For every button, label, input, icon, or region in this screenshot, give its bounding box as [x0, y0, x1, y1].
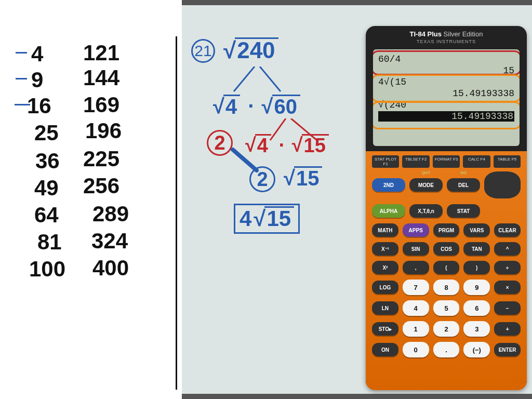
key[interactable]: X⁻¹: [372, 242, 398, 256]
fkey[interactable]: CALC F4: [463, 155, 490, 168]
sqrt15: √15: [284, 166, 322, 190]
key-num[interactable]: 2: [433, 321, 460, 337]
square-value: 4: [31, 42, 43, 66]
square-value: 196: [85, 118, 122, 143]
key-apps[interactable]: APPS: [403, 223, 429, 237]
key-num[interactable]: 0: [403, 342, 429, 357]
tick-mark: [16, 78, 27, 79]
calc-screen: 60/4 15 4√(15 15.49193338 √(240 15.49193…: [373, 49, 520, 146]
key[interactable]: STO▸: [372, 322, 398, 336]
calc-title: TI-84 Plus Silver Edition: [366, 26, 527, 39]
tick-mark: [16, 52, 27, 54]
square-value: 289: [92, 202, 129, 227]
key[interactable]: LOG: [372, 281, 398, 294]
key-num[interactable]: 1: [403, 321, 429, 337]
square-value: 324: [91, 229, 128, 254]
factor-2-circle: 2: [207, 130, 233, 156]
key-num[interactable]: 9: [463, 280, 490, 295]
square-value: 9: [31, 68, 43, 92]
dpad[interactable]: [484, 171, 521, 198]
key-num[interactable]: (−): [463, 342, 490, 357]
fkey[interactable]: TABLE F5: [494, 155, 521, 168]
square-value: 100: [29, 257, 65, 282]
key-num[interactable]: 6: [463, 300, 490, 316]
key[interactable]: COS: [433, 242, 460, 256]
vertical-divider: [176, 36, 177, 390]
annotation-orange-circle: [373, 101, 520, 129]
key[interactable]: −: [494, 301, 521, 315]
key[interactable]: LN: [372, 301, 398, 315]
problem-number-circle: 21: [191, 39, 215, 63]
sqrt4-sqrt60: √4 · √60: [213, 95, 300, 118]
key-on[interactable]: ON: [372, 343, 398, 356]
fkey[interactable]: TBLSET F2: [402, 155, 429, 168]
key-2nd[interactable]: 2ND: [372, 178, 405, 192]
key-num[interactable]: 3: [463, 321, 490, 337]
square-value: 169: [83, 92, 119, 117]
factor-2-circle-b: 2: [249, 166, 275, 192]
key-num[interactable]: .: [433, 342, 460, 357]
fkey-row: STAT PLOT F1 TBLSET F2 FORMAT F3 CALC F4…: [372, 155, 521, 168]
key[interactable]: ^: [494, 242, 521, 256]
final-answer-box: 4 √15: [234, 204, 300, 234]
square-value: 81: [37, 230, 62, 255]
square-value: 36: [35, 149, 60, 174]
square-value: 121: [83, 41, 119, 65]
stage: { "perfect_squares": { "col1": ["4","9",…: [0, 0, 532, 399]
fkey[interactable]: STAT PLOT F1: [372, 155, 399, 168]
key-clear[interactable]: CLEAR: [494, 223, 521, 237]
square-value: 25: [34, 121, 59, 145]
key-del[interactable]: DEL: [447, 178, 480, 192]
key-stat[interactable]: STAT: [447, 204, 480, 218]
key-num[interactable]: 8: [433, 280, 460, 295]
square-value: 225: [83, 147, 119, 171]
square-value: 256: [83, 174, 119, 198]
ti84-calculator: TI-84 Plus Silver Edition TEXAS INSTRUME…: [366, 26, 527, 390]
key[interactable]: X²: [372, 261, 398, 274]
annotation-red-circle: [373, 50, 520, 75]
key[interactable]: ÷: [494, 261, 521, 274]
calc-keypad: STAT PLOT F1 TBLSET F2 FORMAT F3 CALC F4…: [366, 151, 527, 390]
key-label: QUIT: [409, 171, 443, 175]
square-value: 49: [34, 176, 59, 201]
key[interactable]: ): [463, 261, 490, 274]
key[interactable]: TAN: [463, 242, 490, 256]
key-xt[interactable]: X,T,θ,n: [409, 204, 443, 218]
fkey[interactable]: FORMAT F3: [433, 155, 460, 168]
key-enter[interactable]: ENTER: [494, 343, 521, 356]
key-label: INS: [447, 171, 480, 175]
key-prgm[interactable]: PRGM: [433, 223, 460, 237]
square-value: 64: [34, 203, 59, 228]
sqrt-240: √240: [223, 37, 278, 63]
key-num[interactable]: 4: [403, 300, 429, 316]
key-vars[interactable]: VARS: [463, 223, 490, 237]
key[interactable]: ×: [494, 281, 521, 294]
key[interactable]: ,: [403, 261, 429, 274]
calc-subtitle: TEXAS INSTRUMENTS: [366, 39, 527, 44]
square-value: 144: [83, 65, 119, 90]
svg-line-0: [234, 66, 255, 91]
square-value: 16: [27, 94, 51, 118]
key-mode[interactable]: MODE: [409, 178, 443, 192]
square-value: 400: [92, 256, 129, 281]
annotation-orange-circle: [373, 74, 520, 102]
key[interactable]: +: [494, 322, 521, 336]
key[interactable]: SIN: [403, 242, 429, 256]
problem-number: 21: [194, 42, 211, 60]
key-alpha[interactable]: ALPHA: [372, 204, 405, 218]
key-math[interactable]: MATH: [372, 223, 398, 237]
branch-lines-icon: [223, 66, 301, 98]
key[interactable]: (: [433, 261, 460, 274]
svg-line-1: [260, 66, 281, 91]
key-num[interactable]: 5: [433, 300, 460, 316]
key-num[interactable]: 7: [403, 280, 429, 295]
